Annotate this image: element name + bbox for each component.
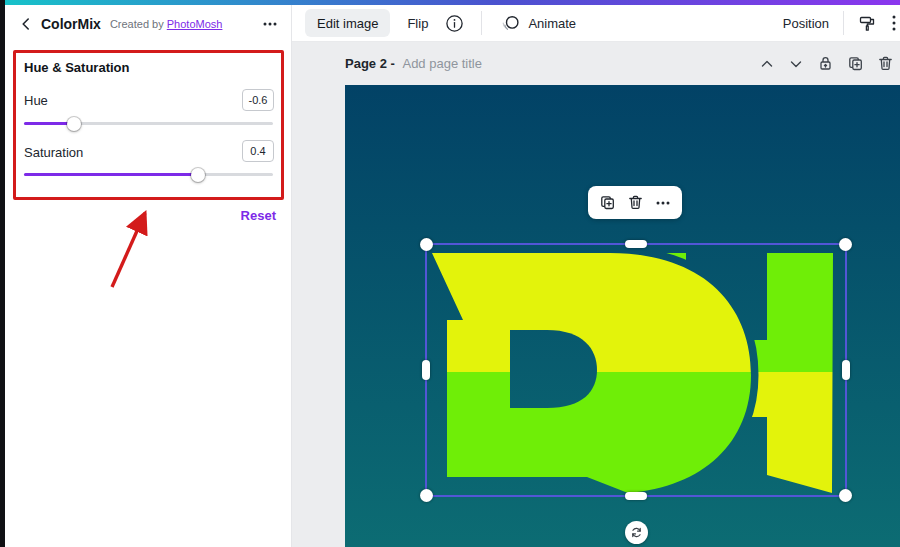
resize-handle-top-right[interactable] <box>839 238 852 251</box>
duplicate-page-button[interactable] <box>847 55 864 72</box>
trash-icon <box>627 194 644 211</box>
panel-header: ColorMix Created by PhotoMosh <box>5 5 291 42</box>
animate-label: Animate <box>528 16 576 31</box>
animate-button[interactable]: Animate <box>499 14 576 33</box>
duplicate-icon <box>847 55 864 72</box>
author-link[interactable]: PhotoMosh <box>167 18 223 30</box>
resize-handle-left[interactable] <box>422 360 430 380</box>
left-edge-strip <box>0 0 5 547</box>
hue-slider[interactable] <box>24 116 273 131</box>
saturation-value-input[interactable]: 0.4 <box>242 140 274 162</box>
resize-handle-top-left[interactable] <box>420 238 433 251</box>
info-button[interactable] <box>445 14 464 33</box>
page-actions <box>759 55 894 72</box>
annotation-arrow <box>100 195 162 299</box>
kebab-icon <box>891 14 897 32</box>
page-header: Page 2 - Add page title <box>292 42 900 85</box>
effects-panel: ColorMix Created by PhotoMosh Hue & Satu… <box>5 5 292 547</box>
chevron-up-icon <box>759 56 775 72</box>
saturation-slider[interactable] <box>24 167 273 182</box>
move-page-down-button[interactable] <box>788 56 804 72</box>
resize-handle-right[interactable] <box>842 360 850 380</box>
element-toolbar <box>588 186 682 219</box>
back-button[interactable] <box>18 16 34 32</box>
flip-button[interactable]: Flip <box>407 16 428 31</box>
more-icon <box>262 16 278 32</box>
edit-image-button[interactable]: Edit image <box>305 9 390 37</box>
resize-handle-top[interactable] <box>625 240 647 248</box>
move-page-up-button[interactable] <box>759 56 775 72</box>
lock-page-button[interactable] <box>817 55 834 72</box>
page-title-input[interactable]: Add page title <box>402 56 482 71</box>
chevron-down-icon <box>788 56 804 72</box>
lock-icon <box>817 55 834 72</box>
position-button[interactable]: Position <box>783 16 829 31</box>
saturation-label: Saturation <box>24 145 83 160</box>
toolbar-divider-right <box>843 11 844 35</box>
paint-roller-button[interactable] <box>858 14 877 33</box>
context-toolbar: Edit image Flip Animate Position <box>292 5 900 42</box>
back-icon <box>18 16 34 32</box>
toolbar-left-group: Edit image Flip Animate <box>305 9 576 37</box>
duplicate-element-button[interactable] <box>599 194 616 211</box>
overflow-menu-button[interactable] <box>891 14 897 32</box>
delete-element-button[interactable] <box>627 194 644 211</box>
animate-icon <box>499 14 521 33</box>
hue-slider-thumb[interactable] <box>67 117 81 131</box>
hue-slider-track[interactable] <box>24 122 273 125</box>
panel-more-button[interactable] <box>262 16 278 32</box>
byline: Created by PhotoMosh <box>110 18 223 30</box>
section-title: Hue & Saturation <box>24 60 129 75</box>
resize-handle-bottom-left[interactable] <box>420 489 433 502</box>
reset-link[interactable]: Reset <box>241 208 276 223</box>
more-icon <box>655 195 671 211</box>
hue-value-input[interactable]: -0.6 <box>242 89 274 111</box>
rotate-icon <box>630 526 643 539</box>
resize-handle-bottom-right[interactable] <box>839 489 852 502</box>
rotate-handle[interactable] <box>625 521 648 544</box>
design-page[interactable] <box>345 85 900 547</box>
delete-page-button[interactable] <box>877 55 894 72</box>
page-number-label: Page 2 - <box>345 56 398 71</box>
saturation-slider-track[interactable] <box>24 173 273 176</box>
trash-icon <box>877 55 894 72</box>
info-icon <box>445 14 464 33</box>
toolbar-right-group: Position <box>783 11 900 35</box>
canvas-area: Page 2 - Add page title <box>292 42 900 547</box>
byline-text: Created by <box>110 18 164 30</box>
panel-title: ColorMix <box>41 16 101 32</box>
element-more-button[interactable] <box>655 195 671 211</box>
selection-box[interactable] <box>425 243 847 497</box>
app-window: ColorMix Created by PhotoMosh Hue & Satu… <box>0 0 900 547</box>
toolbar-divider <box>481 11 482 35</box>
saturation-slider-thumb[interactable] <box>191 168 205 182</box>
duplicate-icon <box>599 194 616 211</box>
paint-roller-icon <box>858 14 877 33</box>
resize-handle-bottom[interactable] <box>625 492 647 500</box>
saturation-slider-fill <box>24 173 198 176</box>
hue-label: Hue <box>24 93 48 108</box>
